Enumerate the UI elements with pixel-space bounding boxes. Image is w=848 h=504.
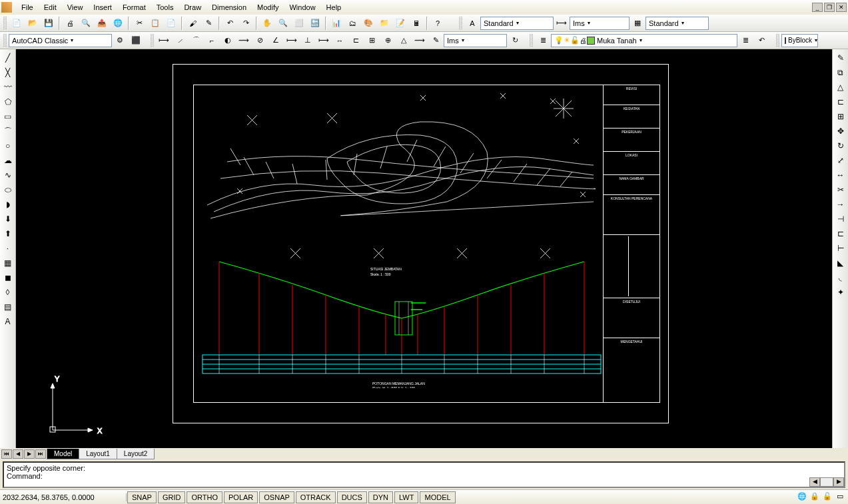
- dyn-toggle[interactable]: DYN: [368, 491, 393, 503]
- plot-button[interactable]: 🖨: [63, 16, 77, 31]
- zoom-rt-button[interactable]: 🔍: [276, 16, 290, 31]
- scroll-track[interactable]: [820, 477, 833, 487]
- break-button[interactable]: ⊏: [834, 227, 847, 240]
- publish-button[interactable]: 📤: [95, 16, 109, 31]
- menu-format[interactable]: Format: [117, 1, 151, 13]
- ellipse-button[interactable]: ⬭: [1, 183, 15, 196]
- rectangle-button[interactable]: ▭: [1, 110, 15, 123]
- grip-icon[interactable]: [459, 17, 462, 30]
- open-button[interactable]: 📂: [25, 16, 40, 31]
- sheetset-button[interactable]: 📁: [377, 16, 392, 31]
- polygon-button[interactable]: ⬠: [1, 95, 15, 109]
- tab-first-button[interactable]: ⏮: [1, 449, 12, 459]
- model-toggle[interactable]: MODEL: [420, 491, 455, 503]
- dim-edit-button[interactable]: ✎: [428, 33, 443, 48]
- comm-center-icon[interactable]: 🌐: [797, 492, 807, 503]
- dim-diameter-button[interactable]: ⊘: [252, 33, 267, 48]
- dim-ordinate-button[interactable]: ⌐: [205, 33, 219, 48]
- dim-space-button[interactable]: ↔: [332, 33, 347, 48]
- line-button[interactable]: ╱: [1, 51, 15, 65]
- revcloud-button[interactable]: ☁: [1, 154, 15, 167]
- close-button[interactable]: ✕: [836, 3, 847, 12]
- point-button[interactable]: ·: [1, 242, 15, 255]
- dim-angular-button[interactable]: ∠: [268, 33, 283, 48]
- clean-screen-icon[interactable]: ▭: [835, 492, 845, 503]
- menu-draw[interactable]: Draw: [179, 1, 207, 13]
- blockeditor-button[interactable]: ✎: [201, 16, 216, 31]
- arc-button[interactable]: ⌒: [1, 125, 15, 138]
- grid-toggle[interactable]: GRID: [158, 491, 186, 503]
- mtext-button[interactable]: A: [1, 315, 15, 328]
- tab-layout2[interactable]: Layout2: [117, 449, 155, 459]
- restore-button[interactable]: ❐: [824, 3, 835, 12]
- move-button[interactable]: ✥: [834, 125, 847, 138]
- construction-line-button[interactable]: ╳: [1, 66, 15, 79]
- quickcalc-button[interactable]: 🖩: [409, 16, 424, 31]
- zoom-window-button[interactable]: ⬜: [292, 16, 306, 31]
- chamfer-button[interactable]: ◣: [834, 256, 847, 270]
- array-button[interactable]: ⊞: [834, 110, 847, 123]
- layer-prev-button[interactable]: ↶: [754, 33, 769, 48]
- menu-help[interactable]: Help: [321, 1, 347, 13]
- inspect-button[interactable]: △: [396, 33, 411, 48]
- menu-window[interactable]: Window: [284, 1, 320, 13]
- polyline-button[interactable]: 〰: [1, 81, 15, 94]
- tablestyle-dropdown[interactable]: Standard: [645, 17, 709, 30]
- my-workspace-button[interactable]: ⬛: [129, 33, 143, 48]
- layer-dropdown[interactable]: 💡☀🔓🖨 Muka Tanah: [551, 34, 737, 47]
- coordinates[interactable]: 2032.2634, 58.3765, 0.0000: [0, 493, 127, 501]
- 3ddwf-button[interactable]: 🌐: [111, 16, 125, 31]
- dim-arc-button[interactable]: ⌒: [189, 33, 203, 48]
- hatch-button[interactable]: ▦: [1, 256, 15, 270]
- preview-button[interactable]: 🔍: [79, 16, 93, 31]
- polar-toggle[interactable]: POLAR: [224, 491, 258, 503]
- lwt-toggle[interactable]: LWT: [394, 491, 418, 503]
- trim-button[interactable]: ✂: [834, 183, 847, 196]
- menu-edit[interactable]: Edit: [39, 1, 62, 13]
- layer-props-button[interactable]: ≣: [536, 33, 550, 48]
- gradient-button[interactable]: ◼: [1, 271, 15, 284]
- dim-baseline-button[interactable]: ⊥: [300, 33, 315, 48]
- command-line[interactable]: Specify opposite corner: Command: ◀ ▶: [3, 461, 845, 488]
- join-button[interactable]: ⊢: [834, 242, 847, 255]
- tab-model[interactable]: Model: [47, 449, 79, 459]
- explode-button[interactable]: ✦: [834, 286, 847, 299]
- menu-insert[interactable]: Insert: [88, 1, 117, 13]
- dim-break-button[interactable]: ⊏: [348, 33, 363, 48]
- extend-button[interactable]: →: [834, 198, 847, 211]
- grip-icon[interactable]: [530, 34, 533, 47]
- rotate-button[interactable]: ↻: [834, 139, 847, 152]
- menu-modify[interactable]: Modify: [252, 1, 284, 13]
- tolerance-button[interactable]: ⊞: [364, 33, 379, 48]
- grip-icon[interactable]: [151, 34, 154, 47]
- dim-update-button[interactable]: ↻: [508, 33, 522, 48]
- stretch-button[interactable]: ↔: [834, 168, 847, 182]
- cut-button[interactable]: ✂: [132, 16, 147, 31]
- command-prompt[interactable]: Command:: [7, 472, 841, 480]
- dimstyle2-dropdown[interactable]: Ims: [444, 34, 507, 47]
- tab-last-button[interactable]: ⏭: [35, 449, 46, 459]
- erase-button[interactable]: ✎: [834, 51, 847, 65]
- scroll-left-button[interactable]: ◀: [809, 477, 820, 487]
- undo-button[interactable]: ↶: [222, 16, 237, 31]
- spline-button[interactable]: ∿: [1, 168, 15, 182]
- quick-dim-button[interactable]: ⟼: [284, 33, 299, 48]
- matchprop-button[interactable]: 🖌: [185, 16, 200, 31]
- grip-icon[interactable]: [3, 17, 7, 30]
- menu-file[interactable]: File: [16, 1, 39, 13]
- layer-states-button[interactable]: ≣: [738, 33, 753, 48]
- snap-toggle[interactable]: SNAP: [127, 491, 157, 503]
- dim-aligned-button[interactable]: ⟋: [173, 33, 187, 48]
- menu-view[interactable]: View: [62, 1, 89, 13]
- dim-jogged-button[interactable]: ⟿: [236, 33, 251, 48]
- menu-tools[interactable]: Tools: [151, 1, 179, 13]
- table-button[interactable]: ▤: [1, 300, 15, 314]
- ortho-toggle[interactable]: ORTHO: [187, 491, 222, 503]
- circle-button[interactable]: ○: [1, 139, 15, 152]
- break-point-button[interactable]: ⊣: [834, 212, 847, 226]
- dimstyle-dropdown[interactable]: Ims: [570, 17, 630, 30]
- copy-obj-button[interactable]: ⧉: [834, 66, 847, 79]
- ellipse-arc-button[interactable]: ◗: [1, 198, 15, 211]
- jogged-linear-button[interactable]: ⟿: [412, 33, 427, 48]
- paste-button[interactable]: 📄: [164, 16, 179, 31]
